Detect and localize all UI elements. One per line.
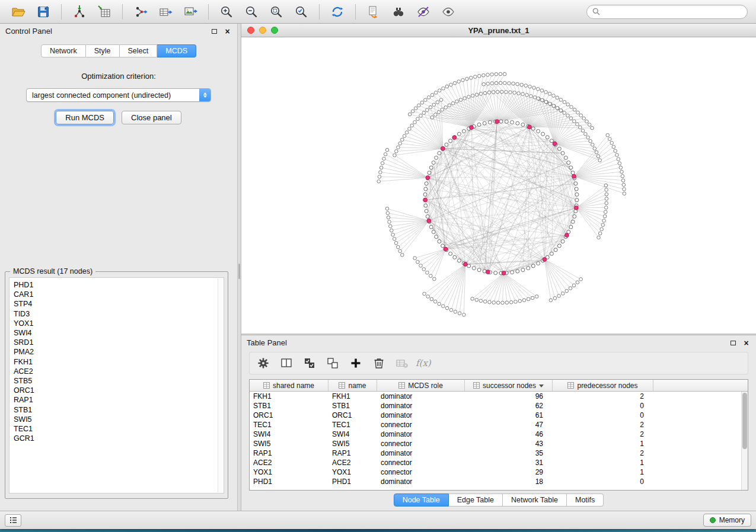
mcds-result-item[interactable]: STB1 — [14, 405, 224, 415]
mcds-result-item[interactable]: FKH1 — [14, 357, 224, 367]
zoom-selected-button[interactable] — [289, 2, 314, 21]
tab-network[interactable]: Network — [41, 44, 86, 57]
mcds-result-item[interactable]: SWI4 — [14, 328, 224, 338]
export-table-button[interactable] — [153, 2, 178, 21]
result-list-scrollbar[interactable] — [218, 278, 223, 492]
cell-shared_name: RAP1 — [250, 448, 328, 458]
import-network-button[interactable] — [67, 2, 92, 21]
show-details-icon — [441, 5, 455, 19]
toggle-columns-button[interactable] — [276, 354, 296, 372]
mcds-result-list[interactable]: PHD1CAR1STP4TID3YOX1SWI4SRD1PMA2FKH1ACE2… — [9, 277, 224, 493]
table-row[interactable]: TEC1TEC1connector472 — [250, 420, 741, 430]
run-mcds-button[interactable]: Run MCDS — [56, 111, 114, 124]
panel-splitter[interactable] — [237, 24, 241, 511]
close-window-button[interactable] — [247, 27, 254, 34]
hide-details-button[interactable] — [411, 2, 436, 21]
table-row[interactable]: SWI5SWI5connector431 — [250, 439, 741, 448]
select-all-rows-icon — [302, 356, 317, 370]
table-row[interactable]: ACE2ACE2connector311 — [250, 458, 741, 467]
table-scrollbar[interactable] — [741, 392, 748, 490]
add-row-button[interactable] — [346, 354, 366, 372]
mcds-result-item[interactable]: ORC1 — [14, 386, 224, 395]
selected-criterion: largest connected component (undirected) — [27, 91, 199, 100]
network-window-titlebar[interactable]: YPA_prune.txt_1 — [241, 24, 756, 37]
maximize-window-button[interactable] — [271, 27, 278, 34]
table-row[interactable]: ORC1ORC1dominator610 — [250, 411, 741, 420]
panel-menu-button[interactable] — [5, 514, 21, 527]
tab-style[interactable]: Style — [86, 44, 120, 57]
sort-menu-chevron-icon[interactable] — [539, 384, 544, 390]
deselect-all-rows-button[interactable] — [323, 354, 343, 372]
column-header-predecessor-nodes[interactable]: predecessor nodes — [553, 380, 653, 391]
table-settings-button[interactable] — [253, 354, 273, 372]
table-tab-edge-table[interactable]: Edge Table — [449, 493, 503, 507]
table-row[interactable]: PHD1PHD1dominator180 — [250, 477, 741, 486]
table-row[interactable]: STB1STB1dominator620 — [250, 401, 741, 411]
select-all-rows-button[interactable] — [299, 354, 320, 372]
table-row[interactable]: SWI4SWI4dominator462 — [250, 430, 741, 439]
column-header-successor-nodes[interactable]: successor nodes — [465, 380, 553, 391]
table-scrollbar-thumb[interactable] — [742, 393, 747, 449]
clone-network-button[interactable] — [361, 2, 386, 21]
table-panel: Table Panel × f(x) shared namenameMCDS r… — [241, 335, 756, 511]
network-canvas[interactable] — [241, 37, 756, 334]
search-input[interactable] — [604, 8, 742, 16]
mcds-result-item[interactable]: PMA2 — [14, 347, 224, 357]
show-details-button[interactable] — [436, 2, 461, 21]
mcds-result-item[interactable]: STB5 — [14, 376, 224, 386]
optimization-criterion-select[interactable]: largest connected component (undirected) — [26, 88, 211, 102]
row-batch-disabled-button[interactable] — [392, 354, 412, 372]
mcds-result-item[interactable]: PHD1 — [14, 280, 224, 290]
float-panel-button[interactable] — [210, 27, 219, 36]
table-row[interactable]: RAP1RAP1dominator352 — [250, 448, 741, 458]
cell-predecessor_nodes: 1 — [553, 458, 653, 467]
export-image-icon — [183, 5, 197, 19]
zoom-out-icon — [244, 5, 259, 19]
zoom-fit-button[interactable] — [264, 2, 289, 21]
delete-rows-button[interactable] — [369, 354, 389, 372]
search-box[interactable] — [586, 5, 748, 19]
mcds-result-item[interactable]: TEC1 — [14, 424, 224, 434]
mcds-result-item[interactable]: SRD1 — [14, 338, 224, 347]
table-tab-node-table[interactable]: Node Table — [394, 493, 449, 507]
save-session-button[interactable] — [31, 2, 56, 21]
function-builder-button[interactable]: f(x) — [416, 358, 431, 368]
close-panel-button[interactable]: × — [223, 27, 232, 36]
mcds-result-item[interactable]: RAP1 — [14, 395, 224, 405]
mcds-result-item[interactable]: STP4 — [14, 299, 224, 309]
mcds-result-item[interactable]: GCR1 — [14, 434, 224, 443]
mcds-result-item[interactable]: TID3 — [14, 309, 224, 319]
column-label: successor nodes — [483, 382, 536, 390]
table-tab-network-table[interactable]: Network Table — [503, 493, 567, 507]
tab-mcds[interactable]: MCDS — [157, 44, 196, 57]
column-header-mcds-role[interactable]: MCDS role — [377, 380, 465, 391]
first-neighbors-button[interactable] — [386, 2, 411, 21]
tab-select[interactable]: Select — [120, 44, 158, 57]
open-session-button[interactable] — [6, 2, 31, 21]
row-batch-disabled-icon — [395, 356, 409, 370]
zoom-in-button[interactable] — [214, 2, 239, 21]
minimize-window-button[interactable] — [259, 27, 266, 34]
import-table-button[interactable] — [92, 2, 117, 21]
export-table-icon — [158, 5, 173, 19]
export-image-button[interactable] — [178, 2, 203, 21]
column-header-shared-name[interactable]: shared name — [250, 380, 328, 391]
save-session-icon — [36, 5, 50, 19]
memory-button[interactable]: Memory — [703, 514, 751, 527]
table-row[interactable]: YOX1YOX1connector291 — [250, 467, 741, 477]
mcds-result-item[interactable]: CAR1 — [14, 290, 224, 299]
table-row[interactable]: FKH1FKH1dominator962 — [250, 392, 741, 401]
column-header-name[interactable]: name — [328, 380, 377, 391]
refresh-network-button[interactable] — [325, 2, 350, 21]
export-network-button[interactable] — [128, 2, 153, 21]
table-tab-motifs[interactable]: Motifs — [567, 493, 604, 507]
mcds-result-item[interactable]: ACE2 — [14, 367, 224, 376]
zoom-out-button[interactable] — [239, 2, 264, 21]
cell-predecessor_nodes: 2 — [553, 392, 653, 401]
float-table-panel-button[interactable] — [729, 338, 738, 347]
cell-shared_name: PHD1 — [250, 477, 328, 486]
close-panel-action-button[interactable]: Close panel — [122, 111, 181, 124]
mcds-result-item[interactable]: YOX1 — [14, 319, 224, 328]
close-table-panel-button[interactable]: × — [742, 338, 751, 347]
mcds-result-item[interactable]: SWI5 — [14, 415, 224, 424]
